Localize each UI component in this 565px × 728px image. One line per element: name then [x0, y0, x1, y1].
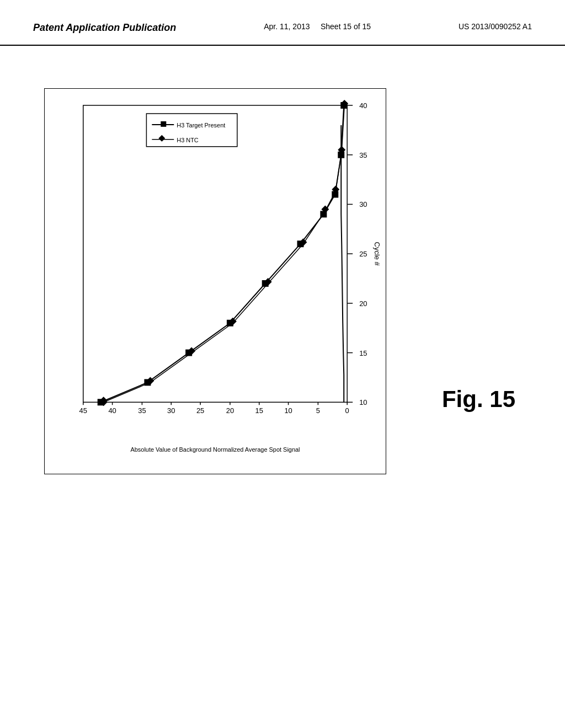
svg-text:25: 25	[196, 406, 204, 415]
svg-text:10: 10	[359, 398, 367, 406]
svg-text:5: 5	[316, 406, 320, 415]
svg-text:0: 0	[345, 406, 349, 415]
svg-text:Absolute Value of Background N: Absolute Value of Background Normalized …	[130, 446, 300, 453]
svg-text:20: 20	[226, 406, 234, 415]
publication-title: Patent Application Publication	[33, 22, 176, 34]
sheet-info: Sheet 15 of 15	[321, 22, 371, 31]
svg-text:20: 20	[359, 299, 367, 308]
page-header: Patent Application Publication Apr. 11, …	[0, 0, 565, 46]
svg-text:H3 Target Present: H3 Target Present	[177, 122, 225, 129]
svg-text:15: 15	[255, 406, 263, 415]
svg-text:40: 40	[359, 101, 367, 110]
figure-box: 45 40 35 30 25 20 15 10 5 0 1	[44, 88, 386, 474]
svg-text:35: 35	[359, 151, 367, 159]
chart-svg: 45 40 35 30 25 20 15 10 5 0 1	[45, 89, 386, 474]
svg-text:30: 30	[359, 200, 367, 208]
svg-rect-0	[83, 105, 347, 402]
svg-text:H3 NTC: H3 NTC	[177, 137, 199, 143]
svg-text:30: 30	[167, 406, 175, 415]
svg-text:10: 10	[284, 406, 292, 415]
svg-text:25: 25	[359, 250, 367, 258]
figure-label: Fig. 15	[442, 386, 515, 413]
publication-date-sheet: Apr. 11, 2013 Sheet 15 of 15	[264, 22, 371, 31]
svg-text:15: 15	[359, 349, 367, 357]
pub-date: Apr. 11, 2013	[264, 22, 310, 31]
publication-number: US 2013/0090252 A1	[459, 22, 532, 31]
svg-text:Cycle #: Cycle #	[373, 242, 381, 266]
svg-text:35: 35	[138, 406, 146, 415]
svg-text:45: 45	[79, 406, 87, 415]
svg-text:40: 40	[108, 406, 116, 415]
svg-rect-60	[161, 121, 166, 127]
